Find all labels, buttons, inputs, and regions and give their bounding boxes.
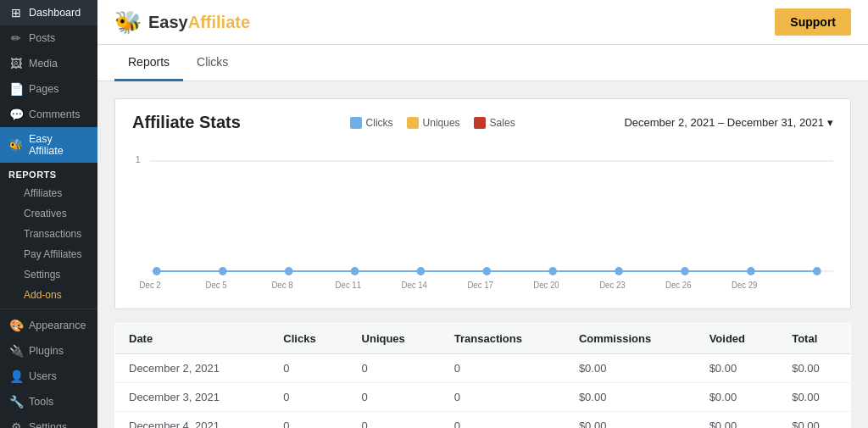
chart-container: Affiliate Stats Clicks Uniques Sales — [114, 98, 851, 309]
svg-text:1: 1 — [136, 154, 141, 164]
posts-icon: ✏ — [8, 31, 24, 45]
legend-uniques-label: Uniques — [423, 117, 460, 129]
reports-section-label: Reports — [0, 163, 97, 183]
cell-1-3: 0 — [441, 383, 565, 412]
appearance-icon: 🎨 — [8, 319, 24, 332]
svg-point-4 — [219, 267, 227, 275]
logo-easy: Easy — [148, 13, 188, 31]
sidebar-item-label: Dashboard — [29, 7, 81, 19]
legend-sales-label: Sales — [490, 117, 515, 129]
comments-icon: 💬 — [8, 108, 24, 121]
legend-clicks-dot — [350, 117, 362, 129]
col-transactions: Transactions — [441, 324, 565, 354]
sidebar-item-easy-affiliate[interactable]: 🐝 Easy Affiliate — [0, 127, 97, 163]
tab-reports[interactable]: Reports — [114, 45, 183, 81]
sidebar-sub-creatives[interactable]: Creatives — [0, 203, 97, 224]
svg-text:Dec 20: Dec 20 — [533, 281, 559, 290]
logo: 🐝 EasyAffiliate — [114, 9, 250, 36]
table-row: December 3, 2021000$0.00$0.00$0.00 — [115, 383, 851, 412]
svg-point-12 — [747, 267, 755, 275]
sidebar-item-label: Users — [29, 370, 57, 382]
legend-uniques: Uniques — [407, 117, 460, 129]
cell-0-5: $0.00 — [696, 354, 779, 383]
support-button[interactable]: Support — [775, 8, 851, 36]
svg-point-10 — [615, 267, 623, 275]
sidebar-item-dashboard[interactable]: ⊞ Dashboard — [0, 0, 97, 25]
settings-icon: ⚙ — [8, 420, 24, 428]
table-row: December 2, 2021000$0.00$0.00$0.00 — [115, 354, 851, 383]
chart-wrapper: 1 — [132, 146, 833, 298]
table-row: December 4, 2021000$0.00$0.00$0.00 — [115, 412, 851, 429]
svg-point-13 — [813, 267, 821, 275]
date-range-picker[interactable]: December 2, 2021 – December 31, 2021 ▾ — [624, 116, 833, 129]
sidebar-item-label: Plugins — [29, 345, 64, 357]
logo-bee-icon: 🐝 — [114, 9, 142, 36]
svg-text:Dec 5: Dec 5 — [206, 281, 228, 290]
cell-0-2: 0 — [348, 354, 441, 383]
sidebar: ⊞ Dashboard ✏ Posts 🖼 Media 📄 Pages 💬 Co… — [0, 0, 97, 428]
cell-1-5: $0.00 — [696, 383, 779, 412]
chart-header: Affiliate Stats Clicks Uniques Sales — [132, 113, 833, 132]
svg-text:Dec 26: Dec 26 — [665, 281, 692, 290]
cell-0-3: 0 — [441, 354, 565, 383]
cell-1-0: December 3, 2021 — [115, 383, 270, 412]
sidebar-sub-settings[interactable]: Settings — [0, 264, 97, 285]
pages-icon: 📄 — [8, 82, 24, 96]
sidebar-item-posts[interactable]: ✏ Posts — [0, 25, 97, 51]
sidebar-item-pages[interactable]: 📄 Pages — [0, 76, 97, 102]
sidebar-divider — [0, 308, 97, 309]
stats-table: Date Clicks Uniques Transactions Commiss… — [114, 323, 851, 428]
users-icon: 👤 — [8, 370, 24, 383]
bee-icon: 🐝 — [8, 138, 24, 152]
sidebar-item-label: Comments — [29, 108, 80, 120]
svg-point-7 — [417, 267, 426, 275]
cell-0-0: December 2, 2021 — [115, 354, 270, 383]
sidebar-item-settings[interactable]: ⚙ Settings — [0, 414, 97, 428]
tools-icon: 🔧 — [8, 395, 24, 409]
sidebar-item-label: Posts — [29, 32, 55, 44]
svg-text:Dec 8: Dec 8 — [271, 281, 293, 290]
content-area: Affiliate Stats Clicks Uniques Sales — [97, 81, 868, 428]
svg-point-11 — [681, 267, 689, 275]
date-range-text: December 2, 2021 – December 31, 2021 — [624, 116, 824, 129]
sidebar-item-comments[interactable]: 💬 Comments — [0, 102, 97, 127]
chart-svg: 1 — [132, 146, 833, 298]
svg-text:Dec 14: Dec 14 — [402, 281, 428, 290]
svg-point-9 — [548, 267, 557, 275]
tabs-bar: Reports Clicks — [97, 45, 868, 81]
sidebar-item-media[interactable]: 🖼 Media — [0, 51, 97, 76]
table-body: December 2, 2021000$0.00$0.00$0.00Decemb… — [115, 354, 851, 429]
sidebar-item-appearance[interactable]: 🎨 Appearance — [0, 313, 97, 338]
col-commissions: Commissions — [565, 324, 696, 354]
logo-affiliate: Affiliate — [188, 13, 250, 31]
media-icon: 🖼 — [8, 57, 24, 70]
legend-clicks: Clicks — [350, 117, 393, 129]
cell-2-1: 0 — [270, 412, 348, 429]
sidebar-item-tools[interactable]: 🔧 Tools — [0, 389, 97, 414]
topbar: 🐝 EasyAffiliate Support — [97, 0, 868, 45]
sidebar-item-users[interactable]: 👤 Users — [0, 364, 97, 389]
sidebar-sub-transactions[interactable]: Transactions — [0, 224, 97, 244]
sidebar-sub-addons[interactable]: Add-ons — [0, 285, 97, 305]
legend-uniques-dot — [407, 117, 419, 129]
cell-1-1: 0 — [270, 383, 348, 412]
sidebar-sub-pay-affiliates[interactable]: Pay Affiliates — [0, 244, 97, 264]
dashboard-icon: ⊞ — [8, 6, 24, 19]
legend-clicks-label: Clicks — [366, 117, 393, 129]
cell-2-5: $0.00 — [696, 412, 779, 429]
svg-point-6 — [351, 267, 359, 275]
sidebar-sub-affiliates[interactable]: Affiliates — [0, 183, 97, 203]
tab-clicks[interactable]: Clicks — [183, 45, 242, 81]
svg-text:Dec 11: Dec 11 — [336, 281, 361, 290]
cell-0-6: $0.00 — [778, 354, 850, 383]
plugins-icon: 🔌 — [8, 344, 24, 358]
cell-1-4: $0.00 — [565, 383, 696, 412]
legend-sales-dot — [474, 117, 486, 129]
legend-sales: Sales — [474, 117, 515, 129]
svg-text:Dec 2: Dec 2 — [140, 281, 161, 290]
cell-2-0: December 4, 2021 — [115, 412, 270, 429]
col-voided: Voided — [696, 324, 779, 354]
cell-2-4: $0.00 — [565, 412, 696, 429]
sidebar-item-plugins[interactable]: 🔌 Plugins — [0, 338, 97, 364]
svg-text:Dec 29: Dec 29 — [732, 281, 757, 290]
